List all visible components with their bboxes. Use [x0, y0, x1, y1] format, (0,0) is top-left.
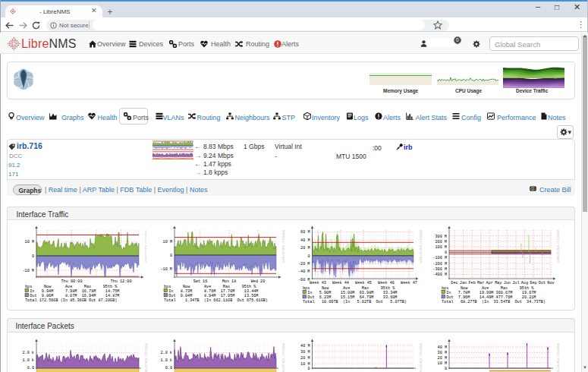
- svg-text:Jun: Jun: [504, 281, 511, 285]
- svg-text:Thu 12:00: Thu 12:00: [110, 279, 131, 284]
- svg-text:bps Now Ave Max: bps Now Ave Max 95th %: [442, 286, 534, 291]
- svg-text:-400 M: -400 M: [432, 273, 447, 277]
- svg-text:Week 46: Week 46: [378, 281, 395, 285]
- svg-text:0.0: 0.0: [27, 366, 34, 370]
- svg-text:RRDTOOL / TOBI OETIKER: RRDTOOL / TOBI OETIKER: [281, 230, 285, 263]
- svg-text:40 M: 40 M: [300, 238, 310, 243]
- svg-text:-40 M: -40 M: [298, 270, 310, 274]
- svg-text:30 M: 30 M: [438, 351, 447, 355]
- svg-text:RRDTOOL / TOBI OETIKER: RRDTOOL / TOBI OETIKER: [419, 343, 422, 372]
- svg-text:1.0 k: 1.0 k: [160, 358, 172, 363]
- svg-text:300 M: 300 M: [435, 235, 447, 239]
- svg-text:RRDTOOL / TOBI OETIKER: RRDTOOL / TOBI OETIKER: [556, 343, 559, 372]
- svg-text:Sat 16: Sat 16: [193, 279, 208, 284]
- svg-text:bps Now Ave Max: bps Now Ave Max 95th %: [303, 286, 395, 291]
- svg-text:Aug: Aug: [521, 281, 528, 285]
- svg-text:Thu 00:00: Thu 00:00: [61, 279, 82, 284]
- svg-text:Oct: Oct: [539, 281, 546, 285]
- svg-text:RRDTOOL / TOBI OETIKER: RRDTOOL / TOBI OETIKER: [556, 230, 559, 263]
- svg-text:Mar: Mar: [477, 281, 484, 285]
- svg-text:Out 6.23M 15.15M 64.79M: Out 6.23M 15.15M 64.79M 33.60M: [307, 295, 397, 300]
- svg-text:20 M: 20 M: [300, 246, 310, 251]
- svg-text:0.0: 0.0: [165, 366, 172, 370]
- svg-text:0: 0: [445, 251, 447, 255]
- svg-text:Mon 18: Mon 18: [222, 279, 237, 284]
- svg-text:-20 M: -20 M: [298, 262, 310, 266]
- svg-text:In 8.73M 8.76M 17.70M: In 8.73M 8.76M 17.70M 13.44M: [168, 289, 258, 294]
- svg-text:RRDTOOL / TOBI OETIKER: RRDTOOL / TOBI OETIKER: [419, 230, 422, 263]
- svg-text:-60 M: -60 M: [298, 278, 310, 282]
- svg-text:20 M: 20 M: [300, 356, 310, 361]
- svg-text:0: 0: [307, 367, 310, 371]
- svg-text:40 M: 40 M: [300, 344, 310, 348]
- svg-text:Sep: Sep: [530, 281, 536, 285]
- svg-text:RRDTOOL / TOBI OETIKER: RRDTOOL / TOBI OETIKER: [144, 230, 146, 263]
- svg-text:bps Now Ave Max: bps Now Ave Max 95th %: [164, 285, 256, 289]
- svg-text:Total 68.27TB (In 33.54TB: Total 68.27TB (In 33.54TB Out 34.73TB): [442, 300, 546, 304]
- svg-text:May: May: [495, 281, 502, 285]
- svg-text:Jul: Jul: [512, 281, 519, 285]
- svg-text:In 5.90M 15.00M 63.98M: In 5.90M 15.00M 63.98M 33.34M: [307, 291, 397, 295]
- svg-text:2.0 k: 2.0 k: [22, 351, 34, 355]
- svg-text:Out 7.96M 14.49M 477.76M: Out 7.96M 14.49M 477.76M 20.21M: [446, 295, 536, 300]
- svg-text:Total 172.56GB (In 85.36GB Out: Total 172.56GB (In 85.36GB Out 87.20GB): [25, 298, 117, 303]
- svg-text:Wed 20: Wed 20: [251, 279, 266, 284]
- svg-text:-10 M: -10 M: [160, 267, 172, 272]
- svg-text:0: 0: [32, 254, 34, 259]
- svg-text:100 M: 100 M: [435, 245, 447, 250]
- svg-text:-100 M: -100 M: [432, 256, 447, 260]
- svg-text:RRDTOOL / TOBI OETIKER: RRDTOOL / TOBI OETIKER: [281, 343, 285, 372]
- svg-text:RRDTOOL / TOBI OETIKER: RRDTOOL / TOBI OETIKER: [144, 343, 147, 372]
- svg-text:Dec: Dec: [451, 281, 458, 285]
- svg-text:Feb: Feb: [468, 281, 475, 285]
- svg-text:Nov: Nov: [547, 281, 554, 285]
- svg-text:Total 1.34TB (In 662.11GB: Total 1.34TB (In 662.11GB Out 675.61GB): [164, 298, 268, 303]
- svg-text:Jan: Jan: [460, 281, 467, 285]
- svg-text:-200 M: -200 M: [432, 262, 447, 266]
- svg-text:Week 45: Week 45: [355, 281, 372, 285]
- svg-text:Week 44: Week 44: [332, 281, 349, 285]
- svg-text:10 M: 10 M: [25, 240, 34, 244]
- svg-text:Apr: Apr: [486, 281, 493, 285]
- svg-text:10 M: 10 M: [438, 361, 447, 366]
- svg-text:In 7.78M 19.99M 360.67M: In 7.78M 19.99M 360.67M 19.67M: [446, 291, 536, 295]
- svg-text:200 M: 200 M: [435, 240, 447, 244]
- svg-text:0: 0: [307, 254, 310, 259]
- svg-text:1.0 k: 1.0 k: [22, 358, 34, 363]
- svg-text:2.0 k: 2.0 k: [160, 351, 172, 355]
- svg-text:In 9.94M 7.98M 16.78M: In 9.94M 7.98M 16.78M 14.75M: [30, 289, 119, 294]
- svg-text:10 M: 10 M: [163, 240, 172, 244]
- svg-text:Out 9.86M 8.07M 16.94M: Out 9.86M 8.07M 16.94M 14.87M: [30, 294, 119, 298]
- svg-text:Out 9.04M 8.94M 17.95M: Out 9.04M 8.94M 17.95M 13.56M: [168, 294, 258, 298]
- svg-text:60 M: 60 M: [300, 230, 310, 235]
- svg-text:Week 47: Week 47: [401, 281, 417, 285]
- svg-text:-10 M: -10 M: [22, 269, 34, 273]
- svg-text:bps Now Ave Max: bps Now Ave Max 95th %: [25, 285, 118, 289]
- svg-text:40 M: 40 M: [438, 345, 447, 350]
- svg-text:0: 0: [170, 254, 172, 258]
- svg-text:0: 0: [445, 367, 447, 371]
- svg-text:Total 10.09TB (In 5.02TB: Total 10.09TB (In 5.02TB Out 5.07TB): [303, 300, 407, 304]
- svg-text:30 M: 30 M: [300, 350, 310, 355]
- svg-text:20 M: 20 M: [438, 356, 447, 361]
- svg-text:Week 43: Week 43: [310, 281, 326, 285]
- svg-text:-300 M: -300 M: [432, 267, 447, 272]
